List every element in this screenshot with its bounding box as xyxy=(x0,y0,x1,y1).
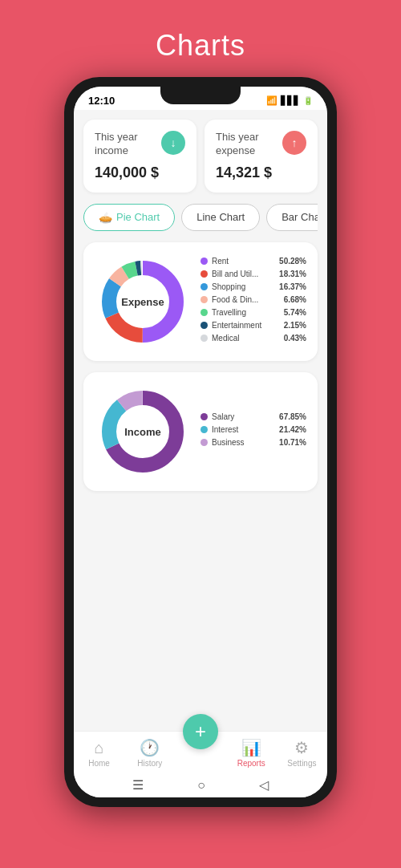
tab-bar-label: Bar Chart xyxy=(282,211,318,223)
wifi-icon: 📶 xyxy=(266,95,277,106)
legend-item: Business 10.71% xyxy=(200,438,306,447)
legend-text: Medical xyxy=(212,334,280,343)
expense-donut-label: Expense xyxy=(121,295,164,307)
legend-text: Food & Din... xyxy=(212,295,280,304)
legend-pct: 6.68% xyxy=(284,295,306,304)
status-icons: 📶 ▋▋▋ 🔋 xyxy=(266,95,313,106)
legend-dot xyxy=(200,296,208,303)
signal-icon: ▋▋▋ xyxy=(281,95,300,106)
status-bar: 12:10 📶 ▋▋▋ 🔋 xyxy=(74,87,327,110)
page-title: Charts xyxy=(156,29,245,63)
income-legend: Salary 67.85% Interest 21.42% Business 1… xyxy=(200,412,306,451)
chart-tabs: 🥧 Pie Chart Line Chart Bar Chart xyxy=(83,204,318,231)
legend-dot xyxy=(200,426,208,433)
fab-button[interactable]: + xyxy=(183,714,218,749)
legend-pct: 18.31% xyxy=(279,270,306,278)
expense-chart-card: Expense Rent 50.28% Bill and Util... 18.… xyxy=(83,242,318,361)
income-card: This year income ↓ 140,000 $ xyxy=(83,120,196,193)
scroll-content: This year income ↓ 140,000 $ This year e… xyxy=(74,110,327,731)
legend-item: Shopping 16.37% xyxy=(200,282,306,291)
notch xyxy=(160,87,241,104)
legend-pct: 2.15% xyxy=(284,321,306,330)
bottom-nav: + ⌂ Home 🕐 History 📊 Reports ⚙ Settings xyxy=(74,731,327,773)
income-label: This year income xyxy=(95,131,161,158)
back-android-icon: ◁ xyxy=(259,777,269,793)
income-donut: Income xyxy=(95,383,191,480)
summary-row: This year income ↓ 140,000 $ This year e… xyxy=(83,120,318,193)
legend-item: Medical 0.43% xyxy=(200,334,306,343)
legend-dot xyxy=(200,322,208,329)
legend-pct: 50.28% xyxy=(279,257,306,266)
nav-home[interactable]: ⌂ Home xyxy=(74,739,124,768)
tab-pie-chart[interactable]: 🥧 Pie Chart xyxy=(83,204,175,231)
legend-item: Entertainment 2.15% xyxy=(200,321,306,330)
expense-amount: 14,321 $ xyxy=(216,164,306,181)
legend-dot xyxy=(200,270,208,278)
legend-item: Food & Din... 6.68% xyxy=(200,295,306,304)
phone-screen: 12:10 📶 ▋▋▋ 🔋 This year income ↓ 140,000… xyxy=(74,87,327,797)
legend-text: Bill and Util... xyxy=(212,270,275,278)
nav-history-label: History xyxy=(137,759,162,768)
legend-text: Business xyxy=(212,438,275,447)
expense-card: This year expense ↑ 14,321 $ xyxy=(205,120,318,193)
legend-item: Bill and Util... 18.31% xyxy=(200,270,306,278)
expense-donut: Expense xyxy=(95,254,191,350)
legend-dot xyxy=(200,309,208,316)
reports-icon: 📊 xyxy=(241,738,261,757)
expense-icon: ↑ xyxy=(282,131,306,155)
legend-text: Travelling xyxy=(212,308,280,317)
expense-legend: Rent 50.28% Bill and Util... 18.31% Shop… xyxy=(200,257,306,347)
nav-reports-label: Reports xyxy=(237,759,265,768)
tab-line-label: Line Chart xyxy=(196,211,245,223)
legend-dot xyxy=(200,283,208,290)
nav-home-label: Home xyxy=(88,759,110,768)
legend-pct: 10.71% xyxy=(279,438,306,447)
history-icon: 🕐 xyxy=(140,738,160,757)
legend-text: Shopping xyxy=(212,282,275,291)
legend-dot xyxy=(200,439,208,446)
legend-pct: 5.74% xyxy=(284,308,306,317)
battery-icon: 🔋 xyxy=(303,96,313,105)
legend-pct: 67.85% xyxy=(279,412,306,421)
settings-icon: ⚙ xyxy=(294,738,309,757)
tab-bar-chart[interactable]: Bar Chart xyxy=(266,204,318,231)
income-chart-card: Income Salary 67.85% Interest 21.42% xyxy=(83,372,318,491)
expense-label: This year expense xyxy=(216,131,282,158)
phone-shell: 12:10 📶 ▋▋▋ 🔋 This year income ↓ 140,000… xyxy=(64,77,337,807)
legend-text: Entertainment xyxy=(212,321,280,330)
status-time: 12:10 xyxy=(88,95,115,107)
legend-dot xyxy=(200,413,208,420)
legend-item: Salary 67.85% xyxy=(200,412,306,421)
legend-item: Interest 21.42% xyxy=(200,425,306,434)
legend-item: Rent 50.28% xyxy=(200,257,306,266)
legend-pct: 16.37% xyxy=(279,282,306,291)
legend-pct: 21.42% xyxy=(279,425,306,434)
legend-pct: 0.43% xyxy=(284,334,306,343)
android-nav-bar: ☰ ○ ◁ xyxy=(74,773,327,797)
income-donut-label: Income xyxy=(124,425,161,437)
legend-text: Salary xyxy=(212,412,275,421)
tab-pie-label: Pie Chart xyxy=(116,211,160,223)
tab-line-chart[interactable]: Line Chart xyxy=(181,204,260,231)
home-icon: ⌂ xyxy=(95,739,104,757)
legend-item: Travelling 5.74% xyxy=(200,308,306,317)
home-android-icon: ○ xyxy=(197,778,205,793)
menu-icon: ☰ xyxy=(132,777,144,793)
legend-text: Rent xyxy=(212,257,275,266)
legend-dot xyxy=(200,335,208,342)
nav-settings[interactable]: ⚙ Settings xyxy=(277,738,327,768)
income-amount: 140,000 $ xyxy=(95,164,185,181)
pie-chart-icon: 🥧 xyxy=(99,211,112,224)
legend-text: Interest xyxy=(212,425,275,434)
legend-dot xyxy=(200,258,208,265)
nav-reports[interactable]: 📊 Reports xyxy=(226,738,277,768)
income-icon: ↓ xyxy=(161,131,185,155)
nav-history[interactable]: 🕐 History xyxy=(124,738,175,768)
nav-settings-label: Settings xyxy=(287,759,316,768)
